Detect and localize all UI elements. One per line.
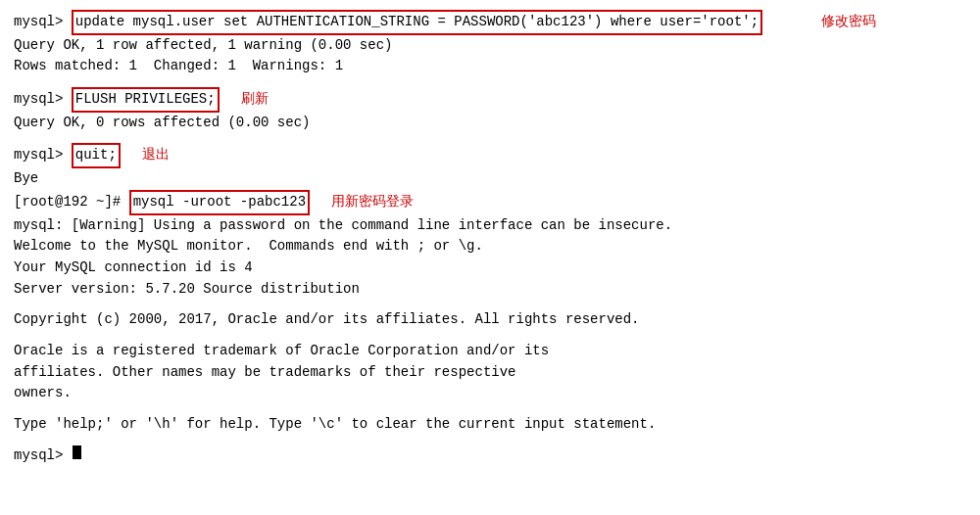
cursor	[73, 445, 81, 459]
line-final: mysql>	[14, 445, 966, 467]
line-server: Server version: 5.7.20 Source distributi…	[14, 279, 966, 301]
cmd-flush: FLUSH PRIVILEGES;	[72, 87, 220, 113]
output-copyright: Copyright (c) 2000, 2017, Oracle and/or …	[14, 309, 640, 331]
blank-6	[14, 436, 966, 445]
output-rows-matched: Rows matched: 1 Changed: 1 Warnings: 1	[14, 56, 343, 77]
output-oracle3: owners.	[14, 383, 72, 404]
line-login: [root@192 ~]# mysql -uroot -pabc123用新密码登…	[14, 190, 966, 215]
output-query-ok-1: Query OK, 1 row affected, 1 warning (0.0…	[14, 35, 392, 57]
output-bye: Bye	[14, 168, 38, 190]
line-query-ok-2: Query OK, 0 rows affected (0.00 sec)	[14, 113, 966, 134]
line-bye: Bye	[14, 168, 966, 190]
line-welcome: Welcome to the MySQL monitor. Commands e…	[14, 236, 966, 258]
annotation-new-login: 用新密码登录	[331, 191, 414, 212]
line-help: Type 'help;' or '\h' for help. Type '\c'…	[14, 414, 966, 436]
terminal: mysql> update mysql.user set AUTHENTICAT…	[0, 0, 980, 476]
prompt-1: mysql>	[14, 12, 72, 33]
annotation-quit: 退出	[142, 144, 170, 165]
line-query-ok-1: Query OK, 1 row affected, 1 warning (0.0…	[14, 35, 966, 57]
output-oracle1: Oracle is a registered trademark of Orac…	[14, 341, 549, 362]
output-oracle2: affiliates. Other names may be trademark…	[14, 362, 515, 384]
blank-5	[14, 404, 966, 414]
output-warning: mysql: [Warning] Using a password on the…	[14, 215, 672, 237]
blank-1	[14, 77, 966, 87]
cmd-login: mysql -uroot -pabc123	[129, 190, 310, 215]
output-help: Type 'help;' or '\h' for help. Type '\c'…	[14, 414, 656, 436]
prompt-3: mysql>	[14, 145, 72, 166]
output-connid: Your MySQL connection id is 4	[14, 258, 253, 279]
line-oracle3: owners.	[14, 383, 966, 404]
prompt-2: mysql>	[14, 89, 72, 111]
annotation-refresh: 刷新	[241, 88, 269, 110]
annotation-modify-password: 修改密码	[821, 11, 876, 32]
output-welcome: Welcome to the MySQL monitor. Commands e…	[14, 236, 483, 258]
line-update: mysql> update mysql.user set AUTHENTICAT…	[14, 10, 966, 35]
blank-3	[14, 300, 966, 309]
output-server: Server version: 5.7.20 Source distributi…	[14, 279, 360, 301]
line-oracle2: affiliates. Other names may be trademark…	[14, 362, 966, 384]
blank-4	[14, 331, 966, 341]
blank-2	[14, 133, 966, 143]
prompt-final: mysql>	[14, 445, 72, 467]
prompt-4: [root@192 ~]#	[14, 192, 129, 213]
line-rows-matched: Rows matched: 1 Changed: 1 Warnings: 1	[14, 56, 966, 77]
cmd-update: update mysql.user set AUTHENTICATION_STR…	[72, 10, 762, 35]
cmd-quit: quit;	[72, 143, 121, 168]
output-query-ok-2: Query OK, 0 rows affected (0.00 sec)	[14, 113, 310, 134]
line-connid: Your MySQL connection id is 4	[14, 258, 966, 279]
line-warning: mysql: [Warning] Using a password on the…	[14, 215, 966, 237]
line-copyright: Copyright (c) 2000, 2017, Oracle and/or …	[14, 309, 966, 331]
line-oracle1: Oracle is a registered trademark of Orac…	[14, 341, 966, 362]
line-flush: mysql> FLUSH PRIVILEGES;刷新	[14, 87, 966, 113]
line-quit: mysql> quit;退出	[14, 143, 966, 168]
